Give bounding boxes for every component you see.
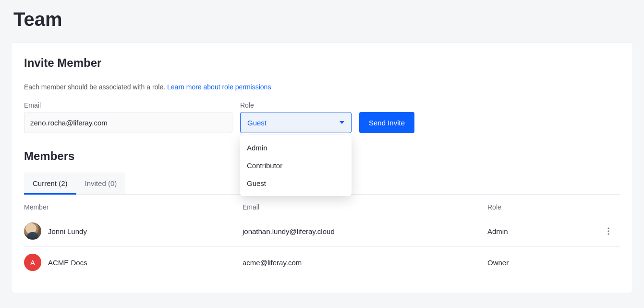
col-member: Member [24,203,243,211]
more-actions-button[interactable] [601,223,616,239]
role-dropdown-menu: Admin Contributor Guest [240,135,352,196]
member-email: acme@liferay.com [243,259,487,267]
invite-form: Email Role Guest Admin Contributor Guest… [24,101,620,133]
page-title: Team [0,0,644,34]
table-row: Jonni Lundy jonathan.lundy@liferay.cloud… [24,216,620,247]
role-option-contributor[interactable]: Contributor [240,157,352,174]
email-input[interactable] [24,112,232,133]
role-dropdown-button[interactable]: Guest [240,112,352,133]
tab-current[interactable]: Current (2) [24,172,76,194]
col-role: Role [487,203,601,211]
invite-helper: Each member should be associated with a … [24,83,620,91]
role-select: Guest Admin Contributor Guest [240,112,352,133]
member-role: Owner [487,259,601,267]
table-row: A ACME Docs acme@liferay.com Owner [24,247,620,278]
role-option-guest[interactable]: Guest [240,174,352,192]
more-vertical-icon [608,227,609,235]
chevron-down-icon [340,121,344,124]
role-field-group: Role Guest Admin Contributor Guest [240,101,352,133]
member-name: Jonni Lundy [48,227,87,235]
email-field-group: Email [24,101,232,133]
tab-invited[interactable]: Invited (0) [76,172,126,194]
member-cell: Jonni Lundy [24,222,243,240]
member-email: jonathan.lundy@liferay.cloud [243,227,487,235]
invite-helper-text: Each member should be associated with a … [24,83,167,91]
members-table-header: Member Email Role [24,195,620,216]
svg-point-0 [608,227,609,229]
svg-point-2 [608,233,609,234]
learn-more-link[interactable]: Learn more about role permissions [167,83,271,91]
invite-heading: Invite Member [24,56,620,70]
member-name: ACME Docs [48,259,87,267]
role-label: Role [240,101,352,109]
role-option-admin[interactable]: Admin [240,139,352,157]
avatar [24,222,41,240]
member-role: Admin [487,227,601,235]
col-email: Email [243,203,487,211]
avatar: A [24,254,41,271]
member-cell: A ACME Docs [24,254,243,271]
email-label: Email [24,101,232,109]
svg-point-1 [608,230,609,232]
team-card: Invite Member Each member should be asso… [12,43,632,293]
role-selected-value: Guest [247,119,267,127]
send-invite-button[interactable]: Send Invite [359,112,414,133]
